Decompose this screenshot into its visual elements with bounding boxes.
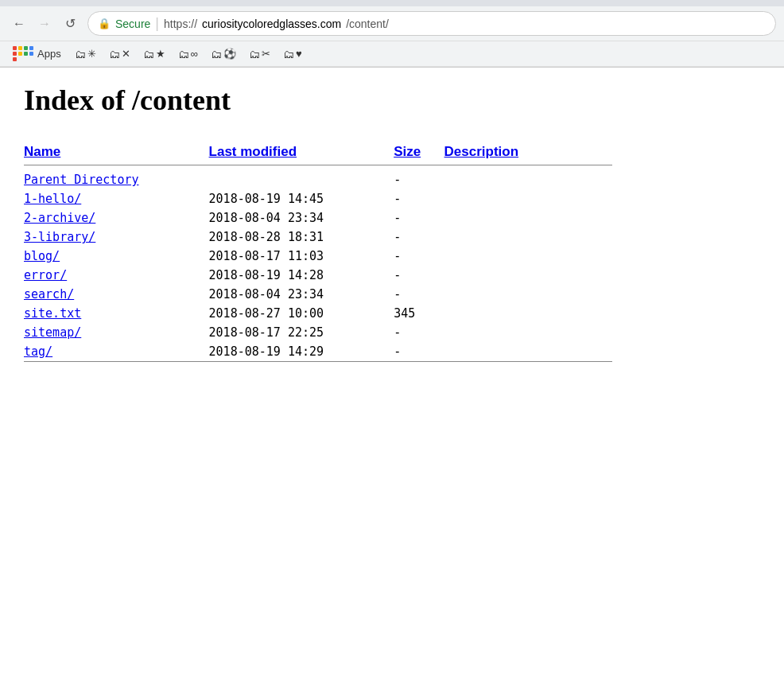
- apps-dot-7: [24, 52, 28, 56]
- cell-name: site.txt: [24, 304, 209, 323]
- cell-size: -: [394, 323, 444, 342]
- table-row: 3-library/2018-08-28 18:31-: [24, 228, 612, 247]
- file-link[interactable]: Parent Directory: [24, 173, 139, 187]
- nav-bar: ← → ↺ 🔒 Secure | https://curiositycolore…: [0, 6, 784, 41]
- file-link[interactable]: 2-archive/: [24, 211, 95, 225]
- col-header-description[interactable]: Description: [444, 141, 612, 165]
- file-link[interactable]: 1-hello/: [24, 192, 81, 206]
- bookmark-3[interactable]: 🗂 ★: [139, 46, 169, 62]
- page-content: Index of /content Name Last modified Siz…: [0, 68, 604, 383]
- tab-bar: [0, 0, 784, 6]
- cell-description: [444, 189, 612, 208]
- cell-modified: [209, 170, 394, 189]
- bottom-divider: [24, 362, 612, 368]
- file-link[interactable]: 3-library/: [24, 230, 95, 244]
- cell-modified: 2018-08-19 14:45: [209, 189, 394, 208]
- apps-dot-4: [29, 46, 33, 50]
- cell-modified: 2018-08-27 10:00: [209, 304, 394, 323]
- bookmark-7[interactable]: 🗂 ♥: [279, 46, 306, 62]
- bookmark-1[interactable]: 🗂 ✳: [71, 46, 100, 62]
- col-header-name-link[interactable]: Name: [24, 144, 60, 159]
- cell-description: [444, 247, 612, 266]
- cell-description: [444, 304, 612, 323]
- cell-modified: 2018-08-19 14:29: [209, 342, 394, 362]
- apps-grid-icon: [13, 46, 33, 61]
- cell-description: [444, 285, 612, 304]
- col-header-size-link[interactable]: Size: [394, 144, 421, 159]
- cell-description: [444, 342, 612, 362]
- cell-name: sitemap/: [24, 323, 209, 342]
- cell-size: -: [394, 266, 444, 285]
- file-link[interactable]: error/: [24, 268, 67, 282]
- cell-modified: 2018-08-28 18:31: [209, 228, 394, 247]
- cell-name: 3-library/: [24, 228, 209, 247]
- reload-button[interactable]: ↺: [59, 13, 81, 35]
- file-link[interactable]: site.txt: [24, 306, 81, 321]
- cell-description: [444, 208, 612, 228]
- cell-description: [444, 323, 612, 342]
- col-header-modified-link[interactable]: Last modified: [209, 144, 297, 159]
- apps-dot-1: [13, 46, 17, 50]
- bookmark-2[interactable]: 🗂 ✕: [105, 46, 134, 62]
- col-header-size[interactable]: Size: [394, 141, 444, 165]
- cell-modified: 2018-08-19 14:28: [209, 266, 394, 285]
- cell-name: blog/: [24, 247, 209, 266]
- bookmarks-bar: Apps 🗂 ✳ 🗂 ✕ 🗂 ★ 🗂 ∞ 🗂 ⚽ 🗂 ✂ 🗂 ♥: [0, 41, 784, 67]
- cell-size: -: [394, 342, 444, 362]
- url-path: /content/: [346, 18, 389, 30]
- apps-label: Apps: [37, 48, 61, 60]
- cell-description: [444, 170, 612, 189]
- cell-size: 345: [394, 304, 444, 323]
- bookmark-6[interactable]: 🗂 ✂: [245, 46, 274, 62]
- file-link[interactable]: sitemap/: [24, 325, 81, 340]
- file-link[interactable]: blog/: [24, 249, 60, 263]
- col-header-description-link[interactable]: Description: [444, 144, 519, 159]
- cell-modified: 2018-08-17 22:25: [209, 323, 394, 342]
- cell-description: [444, 228, 612, 247]
- table-row: site.txt2018-08-27 10:00345: [24, 304, 612, 323]
- apps-dot-8: [29, 52, 33, 56]
- table-row: 2-archive/2018-08-04 23:34-: [24, 208, 612, 228]
- folder-icon-5: 🗂: [211, 48, 222, 60]
- browser-chrome: ← → ↺ 🔒 Secure | https://curiositycolore…: [0, 0, 784, 68]
- folder-icon-3: 🗂: [143, 48, 154, 60]
- folder-icon-2: 🗂: [109, 48, 120, 60]
- cell-name: Parent Directory: [24, 170, 209, 189]
- folder-icon-1: 🗂: [75, 48, 86, 60]
- apps-item[interactable]: Apps: [8, 45, 66, 63]
- cell-size: -: [394, 247, 444, 266]
- folder-icon-7: 🗂: [283, 48, 294, 60]
- secure-label: Secure: [115, 18, 150, 30]
- folder-icon-4: 🗂: [178, 48, 189, 60]
- bookmark-5[interactable]: 🗂 ⚽: [207, 46, 240, 62]
- cell-size: -: [394, 228, 444, 247]
- nav-buttons: ← → ↺: [8, 13, 81, 35]
- address-bar[interactable]: 🔒 Secure | https://curiositycoloredglass…: [87, 11, 776, 36]
- file-link[interactable]: tag/: [24, 344, 52, 359]
- forward-button[interactable]: →: [33, 13, 56, 35]
- url-domain: curiositycoloredglasses.com: [202, 18, 341, 30]
- table-row: search/2018-08-04 23:34-: [24, 285, 612, 304]
- col-header-modified[interactable]: Last modified: [209, 141, 394, 165]
- apps-dot-2: [18, 46, 22, 50]
- cell-name: 1-hello/: [24, 189, 209, 208]
- table-row: blog/2018-08-17 11:03-: [24, 247, 612, 266]
- col-header-name[interactable]: Name: [24, 141, 209, 165]
- cell-name: search/: [24, 285, 209, 304]
- cell-size: -: [394, 189, 444, 208]
- cell-modified: 2018-08-04 23:34: [209, 208, 394, 228]
- url-protocol: https://: [164, 18, 197, 30]
- cell-size: -: [394, 208, 444, 228]
- file-link[interactable]: search/: [24, 287, 74, 301]
- cell-name: 2-archive/: [24, 208, 209, 228]
- cell-modified: 2018-08-04 23:34: [209, 285, 394, 304]
- bookmark-4[interactable]: 🗂 ∞: [174, 46, 202, 62]
- apps-dot-3: [24, 46, 28, 50]
- folder-icon-6: 🗂: [249, 48, 260, 60]
- cell-description: [444, 266, 612, 285]
- cell-modified: 2018-08-17 11:03: [209, 247, 394, 266]
- back-button[interactable]: ←: [8, 13, 30, 35]
- table-header-row: Name Last modified Size Description: [24, 141, 612, 165]
- cell-name: error/: [24, 266, 209, 285]
- apps-dot-5: [13, 52, 17, 56]
